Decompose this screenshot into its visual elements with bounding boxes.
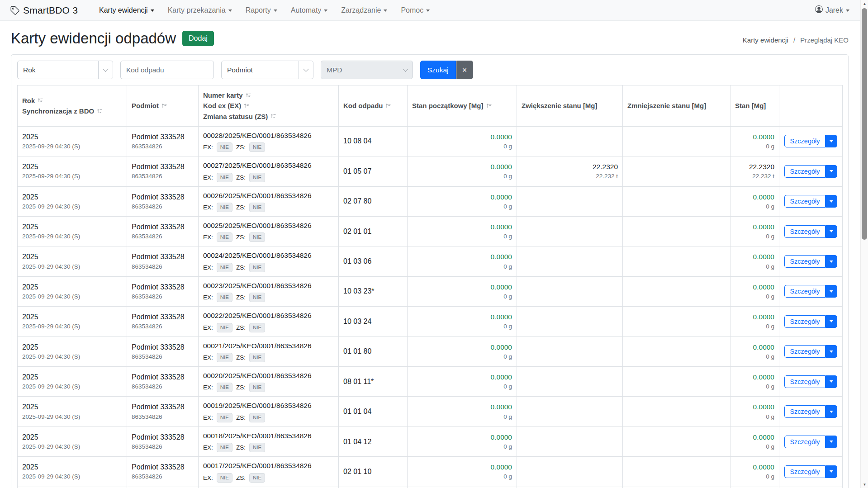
breadcrumb-karty-ewidencji[interactable]: Karty ewidencji — [743, 36, 788, 44]
chevron-down-icon — [830, 230, 833, 232]
cell-rok: 2025 2025-09-29 04:30 (S) — [18, 186, 127, 216]
cell-numer-karty: 00017/2025/KEO/0001/863534826 EX: NIE ZS… — [199, 457, 339, 487]
col-numer-karty[interactable]: Numer karty Kod ex (EX) Zmiana statusu (… — [199, 85, 339, 127]
details-button[interactable]: Szczegóły — [784, 225, 825, 238]
details-button[interactable]: Szczegóły — [784, 375, 825, 388]
details-dropdown-toggle[interactable] — [825, 405, 837, 418]
cell-numer-karty: 00020/2025/KEO/0001/863534826 EX: NIE ZS… — [199, 367, 339, 397]
details-dropdown-toggle[interactable] — [825, 436, 837, 448]
zs-badge: NIE — [249, 443, 265, 452]
sort-icon — [486, 103, 492, 109]
details-dropdown-toggle[interactable] — [825, 135, 837, 147]
details-button[interactable]: Szczegóły — [784, 465, 825, 478]
details-button[interactable]: Szczegóły — [784, 135, 825, 147]
scrollbar-thumb[interactable] — [862, 8, 867, 240]
chevron-down-icon — [830, 411, 833, 413]
col-podmiot[interactable]: Podmiot — [127, 85, 199, 127]
kod-odpadu-input[interactable] — [120, 61, 214, 79]
details-dropdown-toggle[interactable] — [825, 285, 837, 298]
breadcrumb: Karty ewidencji / Przeglądaj KEO — [743, 36, 849, 47]
search-button[interactable]: Szukaj — [420, 61, 456, 79]
zs-badge: NIE — [249, 232, 265, 242]
details-button[interactable]: Szczegóły — [784, 195, 825, 208]
cell-actions: Szczegóły — [779, 367, 843, 397]
cell-zwiekszenie — [517, 457, 623, 487]
cell-actions: Szczegóły — [779, 216, 843, 246]
cell-zmniejszenie — [623, 216, 730, 246]
cell-kod-odpadu: 02 01 10 — [339, 457, 408, 487]
table-row: 2025 2025-09-29 04:30 (S) Podmiot 333528… — [18, 457, 843, 487]
table-row: 2025 2025-09-29 04:30 (S) Podmiot 333528… — [18, 246, 843, 276]
details-button[interactable]: Szczegóły — [784, 405, 825, 418]
cell-zwiekszenie — [517, 276, 623, 306]
details-dropdown-toggle[interactable] — [825, 375, 837, 388]
rok-select[interactable]: Rok — [17, 61, 113, 79]
podmiot-select[interactable]: Podmiot — [221, 61, 313, 79]
details-dropdown-toggle[interactable] — [825, 225, 837, 238]
details-button[interactable]: Szczegóły — [784, 345, 825, 358]
sort-icon — [97, 109, 103, 114]
cell-zmniejszenie — [623, 397, 730, 426]
details-button[interactable]: Szczegóły — [784, 315, 825, 328]
nav-item-karty-ewidencji[interactable]: Karty ewidencji — [92, 2, 161, 19]
user-menu[interactable]: Jarek — [815, 5, 849, 15]
table-row: 2025 2025-09-29 04:30 (S) Podmiot 333528… — [18, 307, 843, 336]
mpd-select[interactable]: MPD — [321, 61, 413, 79]
cell-zmniejszenie — [623, 186, 730, 216]
details-dropdown-toggle[interactable] — [825, 195, 837, 208]
details-button[interactable]: Szczegóły — [784, 436, 825, 448]
sort-icon — [270, 114, 276, 119]
cell-rok: 2025 2025-09-29 04:30 (S) — [18, 307, 127, 336]
zs-badge: NIE — [249, 263, 265, 272]
ex-badge: NIE — [217, 293, 232, 302]
cell-podmiot: Podmiot 333528 863534826 — [127, 246, 199, 276]
details-dropdown-toggle[interactable] — [825, 465, 837, 478]
scroll-up-arrow[interactable]: ▲ — [861, 0, 868, 7]
details-dropdown-toggle[interactable] — [825, 345, 837, 358]
filter-bar: Rok Podmiot MPD Szukaj × — [17, 61, 842, 79]
chevron-down-icon — [830, 320, 833, 322]
cell-zwiekszenie: 22.2320 22.232 t — [517, 156, 623, 186]
details-button[interactable]: Szczegóły — [784, 255, 825, 268]
nav-item-zarzadzanie[interactable]: Zarządzanie — [334, 2, 394, 19]
details-dropdown-toggle[interactable] — [825, 315, 837, 328]
ex-badge: NIE — [217, 353, 232, 362]
cell-podmiot: Podmiot 333528 863534826 — [127, 367, 199, 397]
cell-stan-poczatkowy: 0.0000 0 g — [408, 307, 517, 336]
col-kod-odpadu[interactable]: Kod odpadu — [339, 85, 408, 127]
add-button[interactable]: Dodaj — [182, 31, 214, 46]
zs-badge: NIE — [249, 323, 265, 332]
clear-search-button[interactable]: × — [456, 61, 473, 79]
cell-rok: 2025 2025-09-29 04:30 (S) — [18, 367, 127, 397]
cell-actions: Szczegóły — [779, 186, 843, 216]
person-circle-icon — [815, 5, 823, 15]
table-row: 2025 2025-09-29 04:30 (S) Podmiot 333528… — [18, 276, 843, 306]
zs-badge: NIE — [249, 173, 265, 182]
brand[interactable]: SmartBDO 3 — [10, 5, 78, 16]
col-stan-poczatkowy[interactable]: Stan początkowy [Mg] — [408, 85, 517, 127]
col-rok-sync[interactable]: Rok Synchronizacja z BDO — [18, 85, 127, 127]
scroll-down-arrow[interactable]: ▼ — [861, 481, 868, 488]
cell-zmniejszenie — [623, 126, 730, 156]
cell-podmiot: Podmiot 333528 863534826 — [127, 457, 199, 487]
details-dropdown-toggle[interactable] — [825, 165, 837, 178]
cell-stan: 0.0000 0 g — [730, 336, 779, 366]
cell-zmniejszenie — [623, 336, 730, 366]
zs-badge: NIE — [249, 383, 265, 392]
cell-zmniejszenie — [623, 426, 730, 456]
cell-numer-karty: 00025/2025/KEO/0001/863534826 EX: NIE ZS… — [199, 216, 339, 246]
nav-item-karty-przekazania[interactable]: Karty przekazania — [161, 2, 239, 19]
ex-badge: NIE — [217, 203, 232, 212]
nav-item-raporty[interactable]: Raporty — [239, 2, 284, 19]
details-button[interactable]: Szczegóły — [784, 165, 825, 178]
chevron-down-icon — [403, 66, 408, 72]
nav-item-pomoc[interactable]: Pomoc — [394, 2, 436, 19]
cell-zmniejszenie — [623, 276, 730, 306]
vertical-scrollbar[interactable]: ▲ ▼ — [860, 0, 868, 488]
details-dropdown-toggle[interactable] — [825, 255, 837, 268]
details-button[interactable]: Szczegóły — [784, 285, 825, 298]
col-zmniejszenie: Zmniejszenie stanu [Mg] — [623, 85, 730, 127]
cell-numer-karty: 00028/2025/KEO/0001/863534826 EX: NIE ZS… — [199, 126, 339, 156]
col-stan: Stan [Mg] — [730, 85, 779, 127]
nav-item-automaty[interactable]: Automaty — [284, 2, 335, 19]
